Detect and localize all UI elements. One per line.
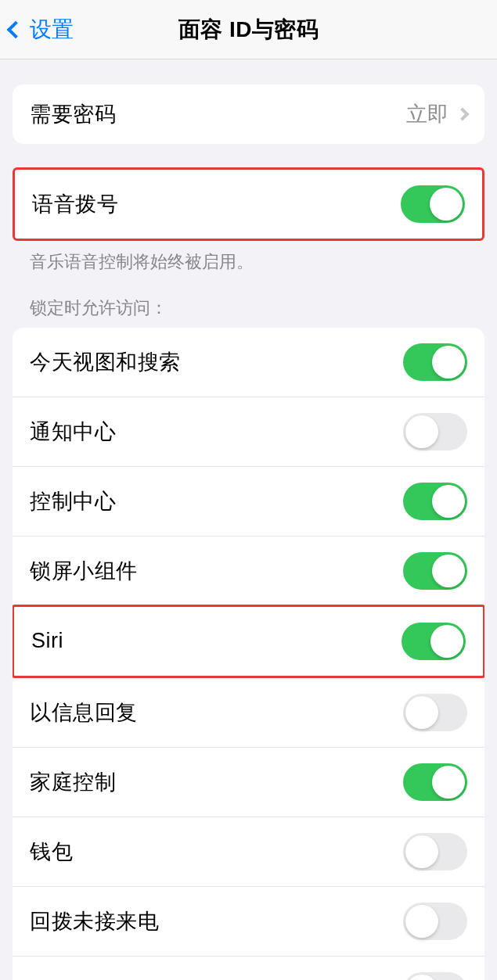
toggle-knob bbox=[405, 835, 438, 868]
toggle-knob bbox=[430, 625, 463, 658]
toggle-knob bbox=[432, 766, 465, 799]
row-locked-access-item: Siri bbox=[13, 605, 484, 678]
row-locked-access-item: 回拨未接来电 bbox=[13, 886, 484, 956]
require-passcode-label: 需要密码 bbox=[30, 100, 116, 128]
voice-dial-toggle[interactable] bbox=[401, 185, 465, 223]
voice-dial-footer: 音乐语音控制将始终被启用。 bbox=[13, 241, 484, 275]
locked-access-item-toggle[interactable] bbox=[403, 343, 467, 381]
require-passcode-value: 立即 bbox=[406, 100, 448, 128]
group-voice-dial: 语音拨号 bbox=[13, 167, 484, 241]
row-locked-access-item: 控制中心 bbox=[13, 466, 484, 536]
locked-access-item-label: 锁屏小组件 bbox=[30, 557, 138, 585]
toggle-knob bbox=[405, 415, 438, 448]
locked-access-item-label: 今天视图和搜索 bbox=[30, 348, 181, 376]
locked-access-item-label: 以信息回复 bbox=[30, 698, 138, 727]
chevron-left-icon bbox=[7, 20, 25, 38]
locked-access-item-toggle[interactable] bbox=[403, 413, 467, 451]
row-require-passcode[interactable]: 需要密码 立即 bbox=[13, 84, 484, 144]
row-locked-access-item: USB配件 bbox=[13, 956, 484, 980]
row-locked-access-item: 以信息回复 bbox=[13, 677, 484, 747]
page-title: 面容 ID与密码 bbox=[178, 15, 319, 45]
locked-access-item-toggle[interactable] bbox=[403, 903, 467, 940]
row-voice-dial: 语音拨号 bbox=[15, 170, 482, 239]
row-locked-access-item: 通知中心 bbox=[13, 397, 484, 466]
locked-access-item-toggle[interactable] bbox=[403, 694, 467, 731]
row-locked-access-item: 今天视图和搜索 bbox=[13, 328, 484, 397]
locked-access-item-toggle[interactable] bbox=[403, 483, 467, 520]
locked-access-item-label: 回拨未接来电 bbox=[30, 907, 159, 935]
chevron-right-icon bbox=[456, 108, 470, 121]
locked-access-item-label: Siri bbox=[31, 629, 63, 653]
locked-access-header: 锁定时允许访问： bbox=[13, 275, 484, 328]
group-require-passcode: 需要密码 立即 bbox=[13, 84, 484, 144]
toggle-knob bbox=[432, 485, 465, 518]
locked-access-item-label: 钱包 bbox=[30, 838, 73, 866]
group-locked-access: 今天视图和搜索通知中心控制中心锁屏小组件Siri以信息回复家庭控制钱包回拨未接来… bbox=[13, 328, 484, 980]
back-label: 设置 bbox=[30, 15, 74, 45]
toggle-knob bbox=[430, 188, 463, 221]
locked-access-item-toggle[interactable] bbox=[403, 552, 467, 590]
locked-access-item-toggle[interactable] bbox=[403, 763, 467, 801]
locked-access-item-toggle[interactable] bbox=[402, 623, 466, 660]
row-locked-access-item: 家庭控制 bbox=[13, 747, 484, 817]
voice-dial-label: 语音拨号 bbox=[32, 190, 118, 218]
navigation-bar: 设置 面容 ID与密码 bbox=[0, 0, 497, 59]
locked-access-item-toggle[interactable] bbox=[403, 972, 467, 980]
locked-access-item-label: USB配件 bbox=[30, 977, 117, 980]
toggle-knob bbox=[432, 555, 465, 587]
toggle-knob bbox=[405, 696, 438, 729]
locked-access-item-label: 控制中心 bbox=[30, 487, 116, 515]
locked-access-item-toggle[interactable] bbox=[403, 833, 467, 871]
locked-access-item-label: 通知中心 bbox=[30, 418, 116, 446]
back-button[interactable]: 设置 bbox=[0, 15, 74, 45]
row-locked-access-item: 锁屏小组件 bbox=[13, 536, 484, 605]
locked-access-item-label: 家庭控制 bbox=[30, 768, 116, 796]
row-locked-access-item: 钱包 bbox=[13, 817, 484, 886]
toggle-knob bbox=[405, 905, 438, 938]
toggle-knob bbox=[432, 346, 465, 379]
toggle-knob bbox=[405, 975, 438, 980]
